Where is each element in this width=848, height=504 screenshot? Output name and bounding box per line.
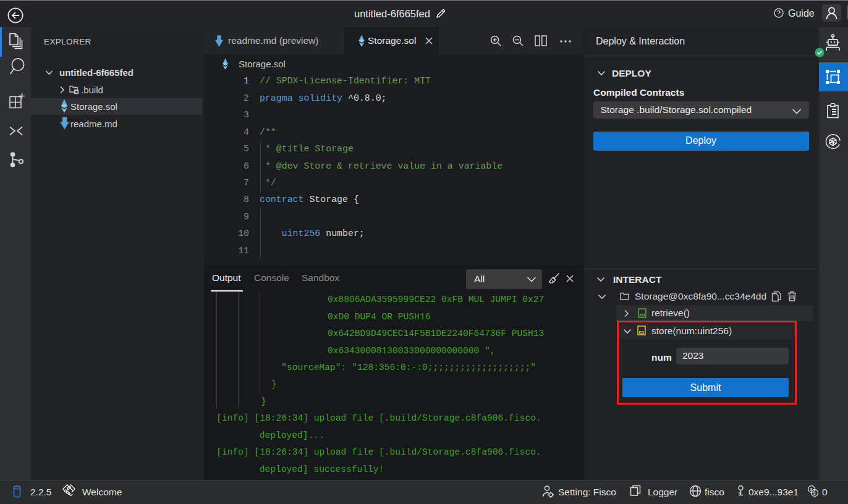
svg-text:$: $ [813, 491, 816, 495]
svg-text:$: $ [810, 487, 813, 492]
